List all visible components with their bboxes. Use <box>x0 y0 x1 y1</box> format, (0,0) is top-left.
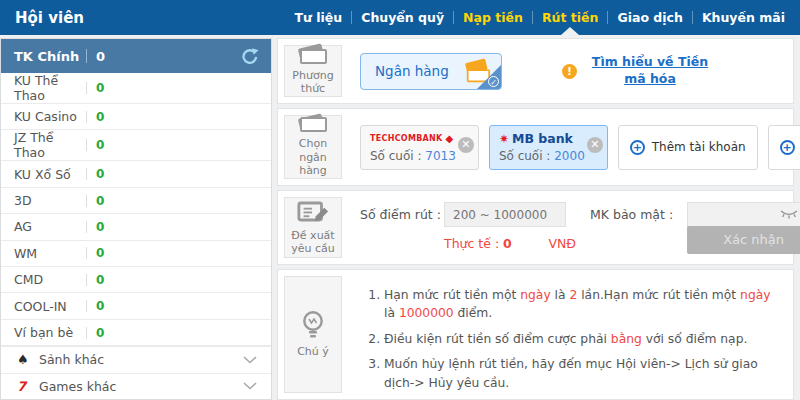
remove-card-button[interactable]: ✕ <box>587 137 603 153</box>
main-account-row[interactable]: TK Chính 0 <box>1 39 271 73</box>
nav-item[interactable]: Nạp tiền <box>454 0 532 35</box>
nav-item[interactable]: Tư liệu <box>286 0 352 35</box>
card-last-digits: Số cuối : 2000 <box>499 149 585 163</box>
main-account-balance: 0 <box>96 49 105 64</box>
active-tab-arrow <box>561 27 579 35</box>
add-account-button[interactable]: +Thêm tài khoản <box>618 125 758 170</box>
nav-item[interactable]: Khuyến mãi <box>693 0 794 35</box>
confirm-button[interactable]: Xác nhận <box>687 226 800 254</box>
bank-method-button[interactable]: Ngân hàng ✓ <box>360 53 502 90</box>
choose-bank-label: Chọn ngân hàng <box>285 137 341 178</box>
expander-row[interactable]: 7Games khác <box>1 373 271 399</box>
actual-amount: Thực tế : 0 <box>444 236 512 251</box>
account-balance: 0 <box>96 81 104 95</box>
account-label: JZ Thể Thao <box>14 130 86 160</box>
expander-row[interactable]: ♠Sảnh khác <box>1 346 271 372</box>
account-balance: 0 <box>96 138 104 152</box>
check-icon: ✓ <box>488 76 499 87</box>
account-row[interactable]: KU Casino0 <box>1 104 271 130</box>
divider <box>86 82 87 94</box>
nav-item[interactable]: Chuyển quỹ <box>352 0 453 35</box>
divider <box>86 139 87 151</box>
main-content: Phương thức Ngân hàng ✓ ! Tìm hiểu về Ti… <box>277 38 794 400</box>
points-label: Số điểm rút : <box>360 207 444 222</box>
techcombank-diamond-icon: ◆ <box>446 133 454 144</box>
bank-cards-icon <box>296 116 330 132</box>
divider <box>86 111 87 123</box>
section-method: Phương thức Ngân hàng ✓ ! Tìm hiểu về Ti… <box>277 38 794 104</box>
request-label-box: Đề xuất yêu cầu <box>284 197 342 258</box>
nav-item[interactable]: Giao dịch <box>608 0 691 35</box>
remove-card-button[interactable]: ✕ <box>458 137 474 153</box>
note-item: Muốn hủy lệnh rút tiền, hãy đến mục Hội … <box>384 355 783 392</box>
account-label: Ví bạn bè <box>14 325 86 340</box>
account-balance: 0 <box>96 299 104 313</box>
add-account-button[interactable]: +Thêm tài khoản <box>768 125 800 170</box>
points-input[interactable] <box>444 202 566 227</box>
account-row[interactable]: WM0 <box>1 241 271 267</box>
crypto-info-link[interactable]: Tìm hiểu về Tiền mã hóa <box>585 54 715 88</box>
section-notes: Chú ý Hạn mức rút tiền một ngày là 2 lần… <box>277 269 794 400</box>
account-row[interactable]: 3D0 <box>1 188 271 214</box>
divider <box>86 327 87 339</box>
method-label: Phương thức <box>285 69 341 97</box>
top-header: Hội viên Tư liệuChuyển quỹNạp tiềnRút ti… <box>0 0 800 35</box>
eye-closed-icon[interactable] <box>780 209 798 219</box>
seven-icon: 7 <box>17 379 39 394</box>
form-pencil-icon <box>297 199 329 224</box>
account-balance: 0 <box>96 110 104 124</box>
divider <box>86 300 87 312</box>
note-item: Điều kiện rút tiền số điểm cược phải bằn… <box>384 330 783 348</box>
bank-card-mbbank[interactable]: ✷MB bankSố cuối : 2000✕ <box>489 125 608 170</box>
account-row[interactable]: AG0 <box>1 214 271 240</box>
account-label: CMD <box>14 272 86 287</box>
bank-cards-row: TECHCOMBANK◆Số cuối : 7013✕✷MB bankSố cu… <box>348 109 800 185</box>
main-nav: Tư liệuChuyển quỹNạp tiềnRút tiềnGiao dị… <box>286 0 800 35</box>
account-row[interactable]: KU Thể Thao0 <box>1 73 271 104</box>
divider <box>86 168 87 180</box>
card-last-digits: Số cuối : 7013 <box>370 149 456 163</box>
mbbank-logo: MB bank <box>512 131 573 146</box>
divider <box>86 247 87 259</box>
account-balance: 0 <box>96 220 104 234</box>
account-list: KU Thể Thao0KU Casino0JZ Thể Thao0KU Xổ … <box>1 73 271 399</box>
account-balance: 0 <box>96 194 104 208</box>
account-row[interactable]: CMD0 <box>1 267 271 293</box>
request-label: Đề xuất yêu cầu <box>285 229 341 257</box>
divider <box>86 195 87 207</box>
bank-card-techcombank[interactable]: TECHCOMBANK◆Số cuối : 7013✕ <box>360 125 479 170</box>
sidebar: TK Chính 0 KU Thể Thao0KU Casino0JZ Thể … <box>0 38 272 400</box>
account-label: KU Casino <box>14 109 86 124</box>
notes-list: Hạn mức rút tiền một ngày là 2 lần.Hạn m… <box>368 286 783 399</box>
expander-label: Games khác <box>39 379 116 394</box>
plus-circle-icon: + <box>780 140 795 155</box>
chevron-down-icon <box>243 382 257 390</box>
account-row[interactable]: COOL-IN0 <box>1 293 271 319</box>
nav-item[interactable]: Rút tiền <box>533 0 608 35</box>
actual-value: 0 <box>503 236 512 251</box>
account-label: KU Thể Thao <box>14 73 86 103</box>
mbbank-star-icon: ✷ <box>499 132 509 146</box>
password-label: MK bảo mật : <box>590 207 673 222</box>
divider <box>86 274 87 286</box>
section-request: Đề xuất yêu cầu Số điểm rút : MK bảo mật… <box>277 190 794 265</box>
account-row[interactable]: KU Xổ Số0 <box>1 161 271 187</box>
add-account-label: Thêm tài khoản <box>652 140 746 154</box>
divider <box>86 221 87 233</box>
account-label: WM <box>14 246 86 261</box>
bank-method-label: Ngân hàng <box>375 63 461 79</box>
divider <box>86 49 87 63</box>
account-row[interactable]: Ví bạn bè0 <box>1 320 271 346</box>
notes-label-box: Chú ý <box>284 276 342 393</box>
page-title: Hội viên <box>15 9 84 27</box>
info-icon: ! <box>562 64 577 79</box>
account-row[interactable]: JZ Thể Thao0 <box>1 130 271 161</box>
account-balance: 0 <box>96 273 104 287</box>
main-account-label: TK Chính <box>14 49 86 64</box>
request-form: Số điểm rút : MK bảo mật : ? <box>348 191 800 264</box>
method-content: Ngân hàng ✓ ! Tìm hiểu về Tiền mã hóa <box>348 39 715 103</box>
refresh-icon[interactable] <box>241 47 259 65</box>
section-choose-bank: Chọn ngân hàng TECHCOMBANK◆Số cuối : 701… <box>277 108 794 186</box>
lightbulb-icon <box>300 310 326 340</box>
account-balance: 0 <box>96 167 104 181</box>
